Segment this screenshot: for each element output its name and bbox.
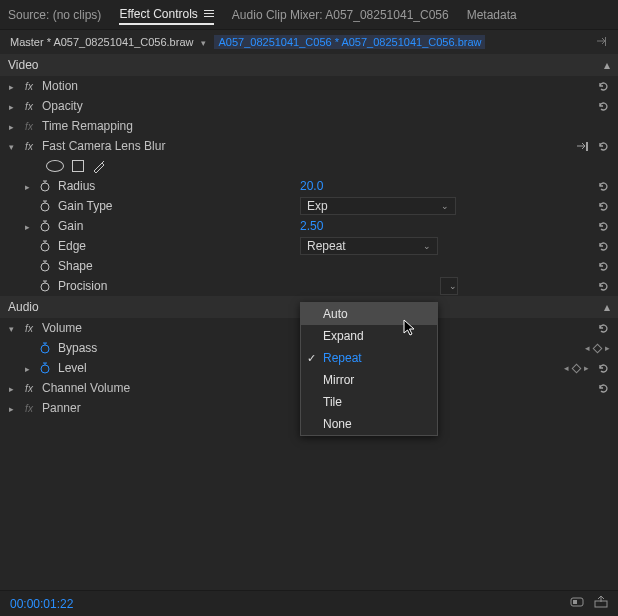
dropdown-option-repeat[interactable]: ✓Repeat <box>301 347 437 369</box>
param-label: Radius <box>58 179 95 193</box>
twirl-icon[interactable] <box>6 99 16 113</box>
ellipse-mask-icon[interactable] <box>46 160 64 172</box>
pen-mask-icon[interactable] <box>92 159 106 173</box>
twirl-icon[interactable] <box>6 79 16 93</box>
twirl-icon[interactable] <box>6 321 16 335</box>
stopwatch-icon[interactable] <box>38 362 52 374</box>
fx-badge-icon[interactable]: fx <box>22 101 36 112</box>
reset-icon[interactable] <box>597 140 610 153</box>
stopwatch-icon[interactable] <box>38 200 52 212</box>
next-keyframe-icon[interactable]: ▸ <box>584 363 589 373</box>
select-value: Repeat <box>307 239 346 253</box>
effect-label: Time Remapping <box>42 119 133 133</box>
svg-point-3 <box>41 203 49 211</box>
effect-lens-blur-row[interactable]: fx Fast Camera Lens Blur <box>0 136 618 156</box>
reset-icon[interactable] <box>597 220 610 233</box>
stopwatch-icon[interactable] <box>38 280 52 292</box>
collapse-triangle-icon[interactable]: ▴ <box>604 58 610 72</box>
fx-badge-icon[interactable]: fx <box>22 383 36 394</box>
radius-value[interactable]: 20.0 <box>300 179 323 193</box>
svg-point-4 <box>41 223 49 231</box>
add-keyframe-icon[interactable] <box>593 343 603 353</box>
edge-select[interactable]: Repeat ⌄ <box>300 237 438 255</box>
prev-keyframe-icon[interactable]: ◂ <box>564 363 569 373</box>
param-gain-row[interactable]: Gain 2.50 <box>0 216 618 236</box>
param-procision-row[interactable]: Procision ⌄ <box>0 276 618 296</box>
param-edge-row[interactable]: Edge Repeat ⌄ <box>0 236 618 256</box>
dropdown-option-auto[interactable]: Auto <box>301 303 437 325</box>
prev-keyframe-icon[interactable]: ◂ <box>585 343 590 353</box>
reset-icon[interactable] <box>597 382 610 395</box>
reset-icon[interactable] <box>597 180 610 193</box>
chevron-down-icon[interactable] <box>201 36 206 48</box>
svg-point-7 <box>41 283 49 291</box>
next-keyframe-icon[interactable]: ▸ <box>605 343 610 353</box>
effect-label: Opacity <box>42 99 83 113</box>
add-keyframe-icon[interactable] <box>572 363 582 373</box>
reset-icon[interactable] <box>597 200 610 213</box>
sequence-clip-label[interactable]: A057_08251041_C056 * A057_08251041_C056.… <box>214 35 485 49</box>
reset-icon[interactable] <box>597 322 610 335</box>
dropdown-option-tile[interactable]: Tile <box>301 391 437 413</box>
svg-point-6 <box>41 263 49 271</box>
tab-source[interactable]: Source: (no clips) <box>8 8 101 22</box>
tab-label: Effect Controls <box>119 7 197 21</box>
reset-icon[interactable] <box>597 100 610 113</box>
fx-badge-icon[interactable]: fx <box>22 403 36 414</box>
reset-icon[interactable] <box>597 362 610 375</box>
svg-rect-0 <box>605 37 606 46</box>
stopwatch-icon[interactable] <box>38 342 52 354</box>
fx-badge-icon[interactable]: fx <box>22 323 36 334</box>
stopwatch-icon[interactable] <box>38 180 52 192</box>
effect-label: Fast Camera Lens Blur <box>42 139 165 153</box>
tab-metadata[interactable]: Metadata <box>467 8 517 22</box>
procision-select[interactable]: ⌄ <box>440 277 458 295</box>
effect-time-remapping-row[interactable]: fx Time Remapping <box>0 116 618 136</box>
twirl-icon[interactable] <box>6 139 16 153</box>
effect-opacity-row[interactable]: fx Opacity <box>0 96 618 116</box>
param-shape-row[interactable]: Shape <box>0 256 618 276</box>
toggle-track-icon[interactable] <box>570 596 584 611</box>
keyframe-nav: ◂ ▸ <box>585 343 610 353</box>
svg-point-5 <box>41 243 49 251</box>
twirl-icon[interactable] <box>22 361 32 375</box>
dropdown-option-mirror[interactable]: Mirror <box>301 369 437 391</box>
reset-icon[interactable] <box>597 80 610 93</box>
tab-effect-controls[interactable]: Effect Controls <box>119 7 213 25</box>
twirl-icon[interactable] <box>6 381 16 395</box>
stopwatch-icon[interactable] <box>38 260 52 272</box>
rect-mask-icon[interactable] <box>72 160 84 172</box>
reset-icon[interactable] <box>597 280 610 293</box>
gain-type-select[interactable]: Exp ⌄ <box>300 197 456 215</box>
collapse-triangle-icon[interactable]: ▴ <box>604 300 610 314</box>
param-label: Edge <box>58 239 86 253</box>
stopwatch-icon[interactable] <box>38 220 52 232</box>
twirl-icon[interactable] <box>22 179 32 193</box>
hamburger-icon[interactable] <box>204 10 214 17</box>
twirl-icon[interactable] <box>22 219 32 233</box>
reset-icon[interactable] <box>597 260 610 273</box>
video-section-header[interactable]: Video ▴ <box>0 54 618 76</box>
timecode-display[interactable]: 00:00:01:22 <box>10 597 73 611</box>
fx-badge-icon[interactable]: fx <box>22 141 36 152</box>
twirl-icon[interactable] <box>6 119 16 133</box>
reset-icon[interactable] <box>597 240 610 253</box>
tab-audio-mixer[interactable]: Audio Clip Mixer: A057_08251041_C056 <box>232 8 449 22</box>
fx-badge-icon[interactable]: fx <box>22 81 36 92</box>
export-icon[interactable] <box>594 596 608 611</box>
stopwatch-icon[interactable] <box>38 240 52 252</box>
fx-badge-icon[interactable]: fx <box>22 121 36 132</box>
param-gain-type-row[interactable]: Gain Type Exp ⌄ <box>0 196 618 216</box>
dropdown-option-none[interactable]: None <box>301 413 437 435</box>
chevron-down-icon: ⌄ <box>449 281 457 291</box>
master-clip-label[interactable]: Master * A057_08251041_C056.braw <box>10 36 193 48</box>
go-to-clip-icon[interactable] <box>597 36 608 49</box>
svg-point-8 <box>41 345 49 353</box>
twirl-icon[interactable] <box>6 401 16 415</box>
effect-label: Motion <box>42 79 78 93</box>
pin-icon[interactable] <box>576 141 589 152</box>
gain-value[interactable]: 2.50 <box>300 219 323 233</box>
param-radius-row[interactable]: Radius 20.0 <box>0 176 618 196</box>
effect-motion-row[interactable]: fx Motion <box>0 76 618 96</box>
dropdown-option-expand[interactable]: Expand <box>301 325 437 347</box>
